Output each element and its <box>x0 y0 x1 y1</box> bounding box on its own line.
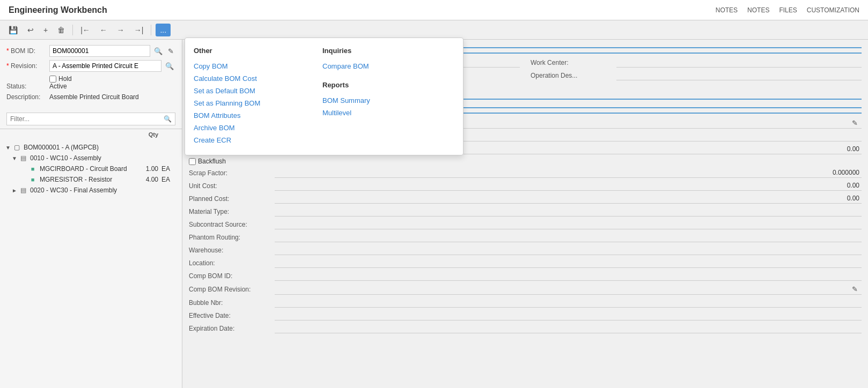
calculate-bom-cost-item[interactable]: Calculate BOM Cost <box>194 72 301 85</box>
right-column: Inquiries Compare BOM Reports BOM Summar… <box>322 47 430 146</box>
set-default-bom-item[interactable]: Set as Default BOM <box>194 85 301 97</box>
archive-bom-item[interactable]: Archive BOM <box>194 122 301 134</box>
other-title: Other <box>194 47 301 55</box>
bom-attributes-item[interactable]: BOM Attributes <box>194 109 301 122</box>
create-ecr-item[interactable]: Create ECR <box>194 134 301 146</box>
set-planning-bom-item[interactable]: Set as Planning BOM <box>194 97 301 109</box>
compare-bom-item[interactable]: Compare BOM <box>322 60 430 72</box>
inquiries-title: Inquiries <box>322 47 430 55</box>
reports-title: Reports <box>322 81 430 89</box>
multilevel-item[interactable]: Multilevel <box>322 107 430 119</box>
dropdown-menu: Other Copy BOM Calculate BOM Cost Set as… <box>185 38 464 155</box>
dropdown-overlay[interactable]: Other Copy BOM Calculate BOM Cost Set as… <box>0 0 868 388</box>
copy-bom-item[interactable]: Copy BOM <box>194 60 301 72</box>
bom-summary-item[interactable]: BOM Summary <box>322 94 430 107</box>
other-column: Other Copy BOM Calculate BOM Cost Set as… <box>194 47 301 146</box>
